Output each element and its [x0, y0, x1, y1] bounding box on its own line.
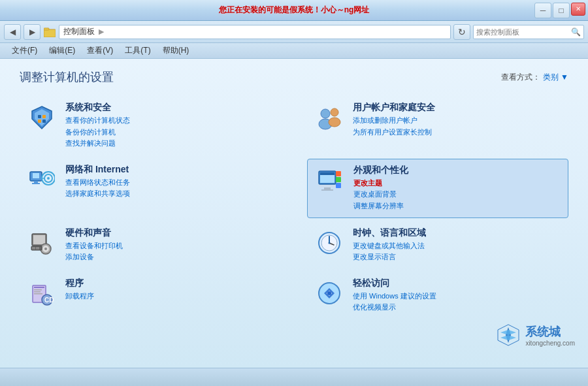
- panel-system-security[interactable]: 系统和安全 查看你的计算机状态 备份你的计算机 查找并解决问题: [20, 97, 281, 155]
- panel-programs-title: 程序: [65, 278, 274, 289]
- close-button[interactable]: ✕: [571, 3, 585, 16]
- panel-hardware-link-0[interactable]: 查看设备和打印机: [65, 240, 274, 252]
- panel-hardware[interactable]: 硬件和声音 查看设备和打印机 添加设备: [20, 222, 281, 268]
- svg-point-33: [44, 248, 47, 250]
- hardware-icon: [26, 227, 57, 259]
- menu-edit[interactable]: 编辑(E): [44, 44, 80, 57]
- search-input[interactable]: [476, 28, 568, 36]
- menu-help[interactable]: 帮助(H): [157, 44, 195, 57]
- path-label: 控制面板: [63, 26, 95, 37]
- watermark-url: xitongcheng.com: [525, 340, 575, 347]
- panel-clock-text: 时钟、语言和区域 更改键盘或其他输入法 更改显示语言: [353, 227, 562, 263]
- refresh-button[interactable]: ↻: [453, 24, 470, 40]
- address-path[interactable]: 控制面板 ▶: [59, 25, 451, 39]
- panel-clock-link-0[interactable]: 更改键盘或其他输入法: [353, 240, 562, 252]
- title-bar: 您正在安装的可能是假系统！小心～ng网址 ─ □ ✕: [0, 0, 588, 21]
- svg-rect-25: [336, 183, 341, 188]
- clock-icon: [314, 227, 345, 259]
- panel-appearance-link-1[interactable]: 更改桌面背景: [353, 189, 561, 201]
- panel-users-title: 用户帐户和家庭安全: [353, 102, 562, 114]
- path-separator: ▶: [99, 27, 104, 36]
- maximize-button[interactable]: □: [553, 3, 570, 18]
- panel-appearance-title: 外观和个性化: [353, 165, 561, 176]
- svg-rect-0: [44, 29, 56, 37]
- folder-icon: [43, 25, 56, 39]
- panel-network-link-1[interactable]: 选择家庭和共享选项: [65, 188, 274, 200]
- address-bar: ◀ ▶ 控制面板 ▶ ↻ 🔍: [0, 21, 588, 43]
- panel-network-title: 网络和 Internet: [65, 164, 274, 176]
- panel-users-text: 用户帐户和家庭安全 添加或删除用户帐户 为所有用户设置家长控制: [353, 102, 562, 138]
- panel-network-link-0[interactable]: 查看网络状态和任务: [65, 177, 274, 189]
- panel-network[interactable]: 网络和 Internet 查看网络状态和任务 选择家庭和共享选项: [20, 159, 281, 218]
- svg-point-50: [327, 291, 331, 295]
- panel-system-security-text: 系统和安全 查看你的计算机状态 备份你的计算机 查找并解决问题: [65, 102, 274, 150]
- panel-clock-title: 时钟、语言和区域: [353, 227, 562, 239]
- forward-button[interactable]: ▶: [24, 24, 41, 40]
- panel-hardware-title: 硬件和声音: [65, 227, 274, 239]
- panel-system-security-title: 系统和安全: [65, 102, 274, 114]
- panel-users-link-0[interactable]: 添加或删除用户帐户: [353, 115, 562, 127]
- svg-rect-22: [320, 172, 335, 175]
- svg-rect-13: [33, 173, 39, 178]
- svg-rect-15: [32, 183, 40, 184]
- panel-clock[interactable]: 时钟、语言和区域 更改键盘或其他输入法 更改显示语言: [307, 222, 568, 268]
- svg-rect-24: [336, 177, 341, 182]
- svg-rect-45: [34, 291, 41, 293]
- svg-rect-4: [38, 115, 41, 118]
- svg-point-11: [329, 118, 340, 127]
- svg-text:CD: CD: [44, 297, 54, 304]
- panel-accessibility-link-1[interactable]: 优化视频显示: [353, 302, 562, 314]
- svg-rect-5: [42, 115, 46, 118]
- svg-point-18: [47, 177, 50, 180]
- view-control: 查看方式： 类别 ▼: [501, 72, 568, 83]
- svg-rect-1: [44, 28, 49, 30]
- menu-view[interactable]: 查看(V): [82, 44, 118, 57]
- panel-system-security-link-2[interactable]: 查找并解决问题: [65, 138, 274, 150]
- svg-rect-30: [33, 235, 45, 244]
- svg-rect-26: [319, 185, 336, 187]
- menu-tools[interactable]: 工具(T): [120, 44, 155, 57]
- panel-users[interactable]: 用户帐户和家庭安全 添加或删除用户帐户 为所有用户设置家长控制: [307, 97, 568, 155]
- panel-programs-text: 程序 卸载程序: [65, 278, 274, 302]
- minimize-button[interactable]: ─: [534, 3, 551, 18]
- svg-rect-46: [34, 293, 42, 295]
- panel-appearance-link-2[interactable]: 调整屏幕分辨率: [353, 201, 561, 212]
- panel-appearance-text: 外观和个性化 更改主题 更改桌面背景 调整屏幕分辨率: [353, 165, 561, 212]
- svg-rect-44: [34, 289, 42, 291]
- watermark: 系统城 xitongcheng.com: [497, 323, 575, 347]
- svg-marker-54: [500, 335, 516, 340]
- panel-hardware-text: 硬件和声音 查看设备和打印机 添加设备: [65, 227, 274, 263]
- panel-hardware-link-1[interactable]: 添加设备: [65, 251, 274, 263]
- panel-clock-link-1[interactable]: 更改显示语言: [353, 251, 562, 263]
- panel-accessibility-text: 轻松访问 使用 Windows 建议的设置 优化视频显示: [353, 278, 562, 314]
- search-box[interactable]: 🔍: [473, 25, 584, 39]
- appearance-icon: [314, 165, 346, 196]
- panel-system-security-link-0[interactable]: 查看你的计算机状态: [65, 115, 274, 127]
- panel-appearance-link-0[interactable]: 更改主题: [353, 178, 561, 189]
- panel-system-security-link-1[interactable]: 备份你的计算机: [65, 127, 274, 138]
- svg-rect-35: [32, 247, 35, 249]
- panel-accessibility[interactable]: 轻松访问 使用 Windows 建议的设置 优化视频显示: [307, 272, 568, 319]
- svg-rect-28: [321, 189, 333, 191]
- window-controls: ─ □ ✕: [534, 3, 585, 18]
- panel-appearance[interactable]: 外观和个性化 更改主题 更改桌面背景 调整屏幕分辨率: [307, 159, 568, 218]
- svg-rect-36: [36, 247, 39, 249]
- panel-network-text: 网络和 Internet 查看网络状态和任务 选择家庭和共享选项: [65, 164, 274, 200]
- status-bar: [0, 368, 588, 386]
- page-title: 调整计算机的设置: [20, 69, 114, 85]
- panel-accessibility-link-0[interactable]: 使用 Windows 建议的设置: [353, 291, 562, 302]
- search-icon[interactable]: 🔍: [571, 27, 581, 37]
- program-icon: CD: [26, 278, 57, 309]
- page-header: 调整计算机的设置 查看方式： 类别 ▼: [20, 69, 568, 85]
- back-button[interactable]: ◀: [4, 24, 21, 40]
- svg-point-41: [329, 242, 331, 244]
- svg-point-8: [321, 109, 330, 118]
- panel-users-link-1[interactable]: 为所有用户设置家长控制: [353, 127, 562, 138]
- view-type-button[interactable]: 类别 ▼: [543, 72, 568, 83]
- menu-bar: 文件(F) 编辑(E) 查看(V) 工具(T) 帮助(H): [0, 43, 588, 59]
- svg-rect-7: [42, 120, 46, 123]
- panel-accessibility-title: 轻松访问: [353, 278, 562, 289]
- menu-file[interactable]: 文件(F): [7, 44, 42, 57]
- panel-programs-link-0[interactable]: 卸载程序: [65, 291, 274, 302]
- panel-programs[interactable]: CD 程序 卸载程序: [20, 272, 281, 319]
